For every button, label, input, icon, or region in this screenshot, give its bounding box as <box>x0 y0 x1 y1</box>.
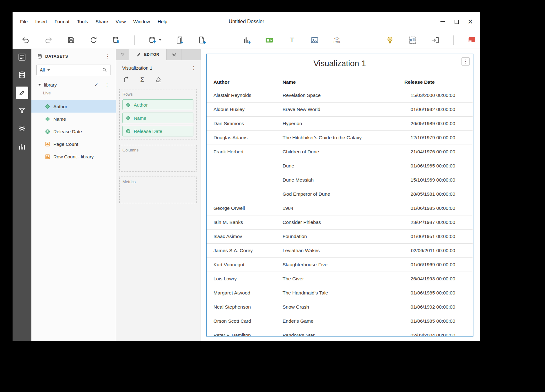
column-header-name[interactable]: Name <box>283 76 404 88</box>
columns-zone[interactable]: Columns <box>119 145 197 172</box>
dataset-menu-kebab-icon[interactable]: ⋮ <box>98 82 111 88</box>
table-cell: 01/06/1985 00:00:00 <box>404 286 473 300</box>
menu-share[interactable]: Share <box>92 12 112 31</box>
table-cell: 15/10/1969 00:00:00 <box>404 173 473 187</box>
save-icon[interactable] <box>67 35 75 45</box>
totals-sigma-icon[interactable]: Σ <box>138 76 146 84</box>
menu-help[interactable]: Help <box>154 12 171 31</box>
insights-icon[interactable] <box>386 35 394 45</box>
play-presentation-icon[interactable] <box>467 35 476 45</box>
insert-visualization-icon[interactable] <box>242 35 251 45</box>
table-cell: Children of Dune <box>283 145 404 159</box>
table-cell: 02/06/2011 00:00:00 <box>404 243 473 257</box>
presentation-enter-icon[interactable] <box>431 35 440 45</box>
table-cell: Lois Lowry <box>207 272 283 286</box>
table-cell: Slaughterhouse-Five <box>283 257 404 272</box>
table-cell: Revelation Space <box>283 88 404 102</box>
menu-view[interactable]: View <box>112 12 129 31</box>
group-objects-icon[interactable] <box>408 35 417 45</box>
attribute-icon <box>45 117 50 121</box>
insert-html-icon[interactable]: <>HTML <box>333 35 342 45</box>
chevron-down-icon[interactable] <box>159 39 161 41</box>
menu-bar: FileInsertFormatToolsShareViewWindowHelp <box>16 12 171 31</box>
check-icon: ✓ <box>94 82 98 87</box>
dataset-item-author[interactable]: Author <box>31 100 116 113</box>
refresh-icon[interactable] <box>89 35 98 45</box>
table-cell: 28/05/1981 00:00:00 <box>404 187 473 201</box>
table-row: Dune01/06/1965 00:00:00 <box>207 159 473 173</box>
insert-selector-icon[interactable] <box>265 35 274 45</box>
row-chip-author[interactable]: Author <box>122 99 193 110</box>
table-cell: Iain M. Banks <box>207 215 283 229</box>
table-row: Isaac AsimovFoundation01/06/1951 00:00:0… <box>207 229 473 243</box>
dataset-status-icon[interactable] <box>112 35 121 45</box>
title-bar: FileInsertFormatToolsShareViewWindowHelp… <box>13 12 480 31</box>
close-button[interactable]: × <box>465 16 476 27</box>
menu-format[interactable]: Format <box>51 12 73 31</box>
rail-visualizations-icon[interactable] <box>16 140 28 153</box>
metrics-zone[interactable]: Metrics <box>119 177 197 203</box>
column-header-release-date[interactable]: Release Date <box>404 76 473 88</box>
dataset-items: AuthorNameRelease DatePage CountRow Coun… <box>31 100 116 163</box>
table-row: Frank HerbertChildren of Dune21/04/1976 … <box>207 145 473 159</box>
column-header-author[interactable]: Author <box>207 76 283 88</box>
filter-tab[interactable] <box>116 49 129 60</box>
menu-tools[interactable]: Tools <box>73 12 92 31</box>
dataset-search-box[interactable]: All <box>36 65 111 75</box>
rail-settings-icon[interactable] <box>16 122 28 135</box>
clear-icon[interactable] <box>154 76 162 84</box>
toolbar-separator <box>134 35 135 45</box>
viz-table-header: AuthorNameRelease Date <box>207 76 473 88</box>
visualization-menu-kebab-icon[interactable]: ⋮ <box>191 65 197 71</box>
visualization-options-kebab-icon[interactable]: ⋮ <box>461 57 470 66</box>
maximize-button[interactable] <box>451 16 462 27</box>
table-cell: Isaac Asimov <box>207 229 283 243</box>
visualization-container[interactable]: ⋮ Visualization 1 AuthorNameRelease Date… <box>206 54 473 336</box>
close-icon: × <box>468 18 473 25</box>
table-row: James S.A. CoreyLeviathan Wakes02/06/201… <box>207 243 473 257</box>
dataset-item-release-date[interactable]: Release Date <box>31 125 116 138</box>
table-cell: 01/06/1965 00:00:00 <box>404 159 473 173</box>
dataset-library-row[interactable]: library ✓ ⋮ <box>31 80 116 89</box>
table-cell: Peter F. Hamilton <box>207 328 283 336</box>
rail-contents-icon[interactable] <box>16 51 28 63</box>
window-controls: × <box>437 16 476 27</box>
insert-image-icon[interactable] <box>310 35 319 45</box>
table-cell: Dan Simmons <box>207 116 283 130</box>
search-icon[interactable] <box>102 67 107 73</box>
duplicate-page-icon[interactable] <box>175 35 184 45</box>
rail-datasets-icon[interactable] <box>16 69 28 81</box>
row-chip-name[interactable]: Name <box>122 113 193 123</box>
attribute-icon <box>126 116 131 120</box>
dataset-item-name[interactable]: Name <box>31 113 116 125</box>
menu-window[interactable]: Window <box>130 12 154 31</box>
expand-triangle-icon[interactable] <box>38 84 41 86</box>
tab-strip-filler <box>181 49 201 60</box>
menu-insert[interactable]: Insert <box>31 12 51 31</box>
chevron-down-icon[interactable] <box>47 69 50 71</box>
dataset-item-row-count-library[interactable]: Row Count - library <box>31 150 116 163</box>
dataset-item-label: Row Count - library <box>53 154 94 159</box>
add-page-icon[interactable] <box>198 35 207 45</box>
menu-file[interactable]: File <box>16 12 31 31</box>
rail-editor-icon[interactable] <box>16 87 28 99</box>
datasets-panel-menu-kebab-icon[interactable]: ⋮ <box>105 53 111 59</box>
dataset-filter-dropdown[interactable]: All <box>40 67 45 72</box>
dataset-item-page-count[interactable]: Page Count <box>31 138 116 150</box>
insert-text-icon[interactable]: T <box>288 35 296 45</box>
rail-filter-icon[interactable] <box>16 104 28 117</box>
minimize-button[interactable] <box>437 16 448 27</box>
window-title: Untitled Dossier <box>229 19 264 24</box>
rows-zone[interactable]: Rows AuthorNameRelease Date <box>119 89 197 140</box>
table-row: Dune Messiah15/10/1969 00:00:00 <box>207 173 473 187</box>
format-tab[interactable] <box>167 49 181 60</box>
redo-icon[interactable] <box>44 35 53 45</box>
swap-axes-icon[interactable] <box>122 76 130 84</box>
editor-tab[interactable]: EDITOR <box>129 49 167 60</box>
table-row: Douglas AdamsThe Hitchhiker's Guide to t… <box>207 130 473 145</box>
undo-icon[interactable] <box>21 35 30 45</box>
table-row: Orson Scott CardEnder's Game01/06/1985 0… <box>207 314 473 328</box>
row-chip-release-date[interactable]: Release Date <box>122 126 193 136</box>
table-cell: Foundation <box>283 229 404 243</box>
add-dataset-icon[interactable] <box>148 35 161 45</box>
